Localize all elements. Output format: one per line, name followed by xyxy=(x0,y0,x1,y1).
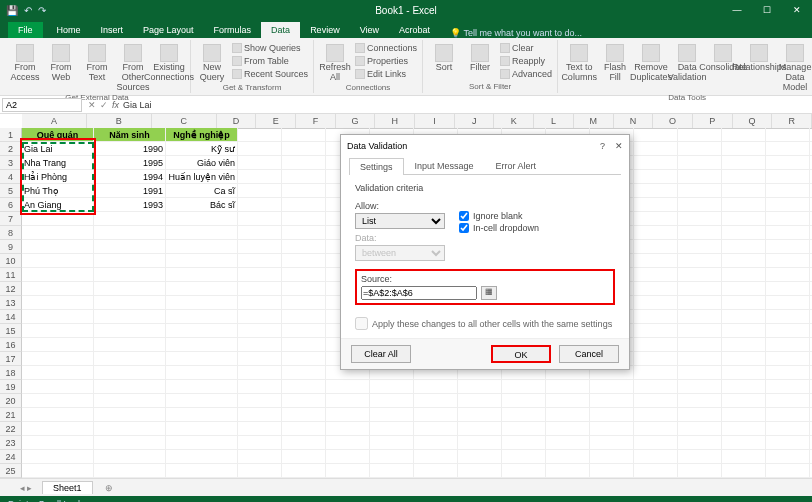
row-header-15[interactable]: 15 xyxy=(0,324,22,338)
cell-B20[interactable] xyxy=(94,394,166,408)
row-header-3[interactable]: 3 xyxy=(0,156,22,170)
cell-A12[interactable] xyxy=(22,282,94,296)
col-header-M[interactable]: M xyxy=(574,114,614,128)
cell-F20[interactable] xyxy=(326,394,370,408)
row-header-9[interactable]: 9 xyxy=(0,240,22,254)
tab-home[interactable]: Home xyxy=(47,22,91,38)
cell-C22[interactable] xyxy=(166,422,238,436)
cell-D5[interactable] xyxy=(238,184,282,198)
cell-C1[interactable]: Nghề nghiệp xyxy=(166,128,238,142)
cell-E17[interactable] xyxy=(282,352,326,366)
cell-D23[interactable] xyxy=(238,436,282,450)
cell-L25[interactable] xyxy=(590,464,634,478)
row-header-25[interactable]: 25 xyxy=(0,464,22,478)
cell-A5[interactable]: Phú Thọ xyxy=(22,184,94,198)
cell-J19[interactable] xyxy=(502,380,546,394)
col-header-R[interactable]: R xyxy=(772,114,812,128)
cell-P9[interactable] xyxy=(766,240,810,254)
cell-H22[interactable] xyxy=(414,422,458,436)
reapply-button[interactable]: Reapply xyxy=(499,55,546,67)
cell-D16[interactable] xyxy=(238,338,282,352)
cell-B24[interactable] xyxy=(94,450,166,464)
source-input[interactable] xyxy=(361,286,477,300)
cell-N8[interactable] xyxy=(678,226,722,240)
cell-P13[interactable] xyxy=(766,296,810,310)
cell-O24[interactable] xyxy=(722,450,766,464)
cell-N10[interactable] xyxy=(678,254,722,268)
col-header-Q[interactable]: Q xyxy=(733,114,773,128)
new-sheet-button[interactable]: ⊕ xyxy=(95,482,123,494)
cell-P23[interactable] xyxy=(766,436,810,450)
cell-A6[interactable]: An Giang xyxy=(22,198,94,212)
cell-E16[interactable] xyxy=(282,338,326,352)
cell-D3[interactable] xyxy=(238,156,282,170)
cell-P18[interactable] xyxy=(766,366,810,380)
sheet-nav-first-icon[interactable]: ◂ xyxy=(20,483,25,493)
cell-F23[interactable] xyxy=(326,436,370,450)
row-header-1[interactable]: 1 xyxy=(0,128,22,142)
cell-B4[interactable]: 1994 xyxy=(94,170,166,184)
cell-N2[interactable] xyxy=(678,142,722,156)
cell-N14[interactable] xyxy=(678,310,722,324)
cell-C9[interactable] xyxy=(166,240,238,254)
cell-M5[interactable] xyxy=(634,184,678,198)
tab-page-layout[interactable]: Page Layout xyxy=(133,22,204,38)
ignore-blank-checkbox[interactable] xyxy=(459,211,469,221)
cell-O17[interactable] xyxy=(722,352,766,366)
cell-E9[interactable] xyxy=(282,240,326,254)
cell-A25[interactable] xyxy=(22,464,94,478)
undo-icon[interactable]: ↶ xyxy=(24,5,32,16)
cell-M1[interactable] xyxy=(634,128,678,142)
row-header-10[interactable]: 10 xyxy=(0,254,22,268)
col-header-A[interactable]: A xyxy=(22,114,87,128)
close-icon[interactable]: ✕ xyxy=(782,0,812,20)
cell-O22[interactable] xyxy=(722,422,766,436)
row-header-19[interactable]: 19 xyxy=(0,380,22,394)
cell-M6[interactable] xyxy=(634,198,678,212)
cell-E24[interactable] xyxy=(282,450,326,464)
cell-K21[interactable] xyxy=(546,408,590,422)
cell-A16[interactable] xyxy=(22,338,94,352)
cell-A17[interactable] xyxy=(22,352,94,366)
col-header-L[interactable]: L xyxy=(534,114,574,128)
cell-E10[interactable] xyxy=(282,254,326,268)
cell-M19[interactable] xyxy=(634,380,678,394)
cell-B18[interactable] xyxy=(94,366,166,380)
dialog-tab-error-alert[interactable]: Error Alert xyxy=(485,157,548,174)
manage-data-model-button[interactable]: Manage Data Model xyxy=(778,42,812,93)
cell-E13[interactable] xyxy=(282,296,326,310)
dialog-close-icon[interactable]: ✕ xyxy=(615,141,623,151)
show-queries-button[interactable]: Show Queries xyxy=(231,42,302,54)
cell-C20[interactable] xyxy=(166,394,238,408)
cell-M23[interactable] xyxy=(634,436,678,450)
cell-D10[interactable] xyxy=(238,254,282,268)
cell-F24[interactable] xyxy=(326,450,370,464)
cell-O13[interactable] xyxy=(722,296,766,310)
cell-D13[interactable] xyxy=(238,296,282,310)
cell-O4[interactable] xyxy=(722,170,766,184)
cell-E3[interactable] xyxy=(282,156,326,170)
cell-E12[interactable] xyxy=(282,282,326,296)
cell-A11[interactable] xyxy=(22,268,94,282)
cell-E18[interactable] xyxy=(282,366,326,380)
cell-B25[interactable] xyxy=(94,464,166,478)
cell-M3[interactable] xyxy=(634,156,678,170)
tell-me[interactable]: 💡 Tell me what you want to do... xyxy=(450,28,582,38)
cell-B7[interactable] xyxy=(94,212,166,226)
cell-A24[interactable] xyxy=(22,450,94,464)
row-header-13[interactable]: 13 xyxy=(0,296,22,310)
cell-O2[interactable] xyxy=(722,142,766,156)
tab-acrobat[interactable]: Acrobat xyxy=(389,22,440,38)
new-query-button[interactable]: New Query xyxy=(195,42,229,83)
cell-M24[interactable] xyxy=(634,450,678,464)
cell-N12[interactable] xyxy=(678,282,722,296)
cell-D9[interactable] xyxy=(238,240,282,254)
cell-C11[interactable] xyxy=(166,268,238,282)
cell-E1[interactable] xyxy=(282,128,326,142)
cell-C7[interactable] xyxy=(166,212,238,226)
cell-O21[interactable] xyxy=(722,408,766,422)
cell-N13[interactable] xyxy=(678,296,722,310)
formula-value[interactable]: Gia Lai xyxy=(123,100,152,110)
col-header-N[interactable]: N xyxy=(614,114,654,128)
cancel-button[interactable]: Cancel xyxy=(559,345,619,363)
